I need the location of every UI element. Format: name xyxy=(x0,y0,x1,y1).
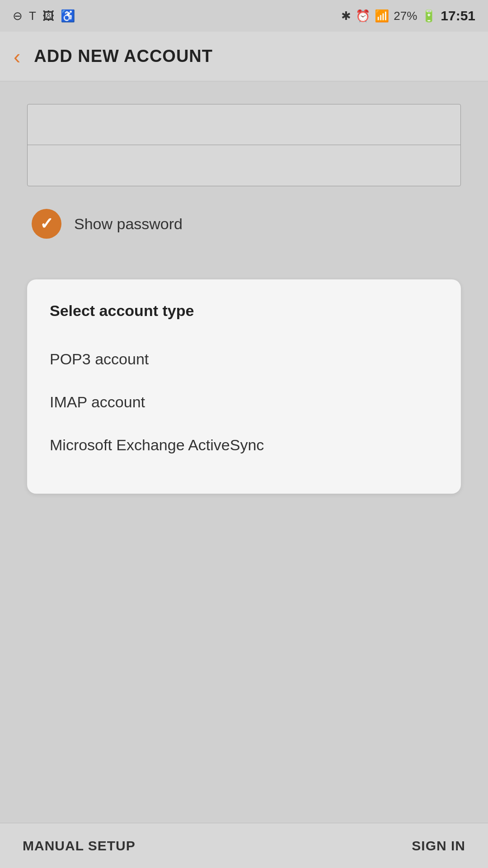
signal-icon: 📶 xyxy=(375,9,389,23)
accessibility-icon: ♿ xyxy=(61,9,75,23)
show-password-checkbox[interactable]: ✓ xyxy=(32,209,61,239)
sign-in-button[interactable]: SIGN IN xyxy=(412,838,465,854)
bluetooth-icon: ✱ xyxy=(341,9,351,23)
status-bar-right: ✱ ⏰ 📶 27% 🔋 17:51 xyxy=(341,8,475,24)
back-button[interactable]: ‹ xyxy=(14,46,20,67)
checkmark-icon: ✓ xyxy=(40,216,53,232)
card-title: Select account type xyxy=(50,302,438,320)
bottom-bar: MANUAL SETUP SIGN IN xyxy=(0,823,488,868)
status-bar: ⊖ T 🖼 ♿ ✱ ⏰ 📶 27% 🔋 17:51 xyxy=(0,0,488,32)
show-password-row: ✓ Show password xyxy=(27,209,461,239)
account-type-pop3[interactable]: POP3 account xyxy=(50,338,438,381)
battery-icon: 🔋 xyxy=(422,9,436,23)
app-bar: ‹ ADD NEW ACCOUNT xyxy=(0,32,488,81)
email-field[interactable] xyxy=(28,104,460,145)
alarm-icon: ⏰ xyxy=(356,9,370,23)
manual-setup-button[interactable]: MANUAL SETUP xyxy=(23,838,136,854)
battery-level: 27% xyxy=(394,9,417,23)
block-icon: ⊖ xyxy=(13,9,23,23)
image-icon: 🖼 xyxy=(42,9,54,23)
page-title: ADD NEW ACCOUNT xyxy=(34,47,213,66)
main-content: ✓ Show password Select account type POP3… xyxy=(0,81,488,494)
status-bar-left: ⊖ T 🖼 ♿ xyxy=(13,9,75,23)
password-field[interactable] xyxy=(28,145,460,186)
show-password-label: Show password xyxy=(74,215,183,233)
account-type-exchange[interactable]: Microsoft Exchange ActiveSync xyxy=(50,424,438,467)
account-type-imap[interactable]: IMAP account xyxy=(50,381,438,424)
carrier-icon: T xyxy=(29,9,36,23)
account-type-card: Select account type POP3 account IMAP ac… xyxy=(27,279,461,494)
form-container xyxy=(27,104,461,186)
status-time: 17:51 xyxy=(441,8,475,24)
